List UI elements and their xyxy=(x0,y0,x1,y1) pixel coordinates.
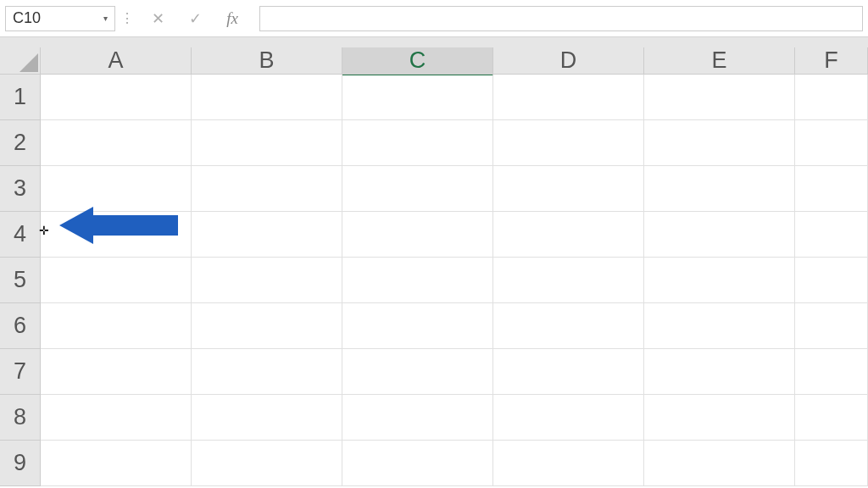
cell-c8[interactable] xyxy=(342,395,493,441)
name-box-value: C10 xyxy=(13,9,103,27)
cell-b5[interactable] xyxy=(192,258,342,303)
cell-row xyxy=(41,349,868,395)
cell-a9[interactable] xyxy=(41,441,192,486)
cell-a7[interactable] xyxy=(41,349,192,395)
cell-c6[interactable] xyxy=(342,303,493,349)
cell-f2[interactable] xyxy=(795,120,868,166)
cell-d1[interactable] xyxy=(493,75,644,120)
cancel-icon[interactable]: ✕ xyxy=(147,9,168,28)
cell-row xyxy=(41,395,868,441)
cell-d2[interactable] xyxy=(493,120,644,166)
col-header-f[interactable]: F xyxy=(795,47,868,75)
cell-f6[interactable] xyxy=(795,303,868,349)
column-headers: A B C D E F xyxy=(0,47,868,75)
cell-d7[interactable] xyxy=(493,349,644,395)
col-header-b[interactable]: B xyxy=(192,47,342,75)
row-headers: 1 2 3 4 5 6 7 8 9 xyxy=(0,75,41,486)
cell-row xyxy=(41,441,868,486)
fx-icon[interactable]: fx xyxy=(222,9,242,28)
cell-c3[interactable] xyxy=(342,166,493,212)
svg-marker-0 xyxy=(59,207,178,244)
cell-row xyxy=(41,75,868,120)
cell-row xyxy=(41,258,868,303)
cell-e4[interactable] xyxy=(644,212,795,258)
cell-d8[interactable] xyxy=(493,395,644,441)
row-header-6[interactable]: 6 xyxy=(0,303,41,349)
cell-d5[interactable] xyxy=(493,258,644,303)
cell-c4[interactable] xyxy=(342,212,493,258)
formula-bar: C10 ▾ ⋮ ✕ ✓ fx xyxy=(0,0,868,37)
row-header-3[interactable]: 3 xyxy=(0,166,41,212)
cell-b3[interactable] xyxy=(192,166,342,212)
cell-e5[interactable] xyxy=(644,258,795,303)
cell-e7[interactable] xyxy=(644,349,795,395)
col-header-a[interactable]: A xyxy=(41,47,192,75)
col-header-c[interactable]: C xyxy=(342,47,493,75)
cell-f7[interactable] xyxy=(795,349,868,395)
cell-f8[interactable] xyxy=(795,395,868,441)
row-header-4[interactable]: 4 xyxy=(0,212,41,258)
cell-f3[interactable] xyxy=(795,166,868,212)
enter-icon[interactable]: ✓ xyxy=(185,9,205,28)
cell-b8[interactable] xyxy=(192,395,342,441)
dropdown-arrow-icon[interactable]: ▾ xyxy=(103,14,108,23)
row-header-5[interactable]: 5 xyxy=(0,258,41,303)
cell-e3[interactable] xyxy=(644,166,795,212)
cell-c7[interactable] xyxy=(342,349,493,395)
cell-b2[interactable] xyxy=(192,120,342,166)
cell-b1[interactable] xyxy=(192,75,342,120)
row-header-7[interactable]: 7 xyxy=(0,349,41,395)
cell-f4[interactable] xyxy=(795,212,868,258)
cell-e8[interactable] xyxy=(644,395,795,441)
cell-c5[interactable] xyxy=(342,258,493,303)
cell-e2[interactable] xyxy=(644,120,795,166)
cell-e1[interactable] xyxy=(644,75,795,120)
cell-d4[interactable] xyxy=(493,212,644,258)
cell-d3[interactable] xyxy=(493,166,644,212)
col-header-d[interactable]: D xyxy=(493,47,644,75)
cell-d9[interactable] xyxy=(493,441,644,486)
cell-c1[interactable] xyxy=(342,74,493,120)
cell-b7[interactable] xyxy=(192,349,342,395)
cell-f1[interactable] xyxy=(795,75,868,120)
row-header-2[interactable]: 2 xyxy=(0,120,41,166)
cell-a6[interactable] xyxy=(41,303,192,349)
arrow-annotation xyxy=(59,205,186,259)
select-all-button[interactable] xyxy=(0,47,41,75)
resize-cursor-icon: ✛ xyxy=(39,224,49,237)
row-header-9[interactable]: 9 xyxy=(0,441,41,486)
formula-buttons: ✕ ✓ fx xyxy=(137,6,253,31)
col-header-e[interactable]: E xyxy=(644,47,795,75)
header-gap xyxy=(0,37,868,47)
cell-f9[interactable] xyxy=(795,441,868,486)
cell-a5[interactable] xyxy=(41,258,192,303)
cell-d6[interactable] xyxy=(493,303,644,349)
rows-area: 1 2 3 4 5 6 7 8 9 xyxy=(0,75,868,486)
cell-b6[interactable] xyxy=(192,303,342,349)
cell-e9[interactable] xyxy=(644,441,795,486)
cell-row xyxy=(41,120,868,166)
formula-input[interactable] xyxy=(259,6,863,31)
cell-c2[interactable] xyxy=(342,120,493,166)
cell-c9[interactable] xyxy=(342,441,493,486)
cell-a1[interactable] xyxy=(41,75,192,120)
cell-row xyxy=(41,303,868,349)
cell-f5[interactable] xyxy=(795,258,868,303)
cell-b9[interactable] xyxy=(192,441,342,486)
cell-b4[interactable] xyxy=(192,212,342,258)
cell-a8[interactable] xyxy=(41,395,192,441)
row-header-1[interactable]: 1 xyxy=(0,75,41,120)
arrow-left-icon xyxy=(59,205,186,256)
divider-icon: ⋮ xyxy=(115,10,137,26)
row-header-8[interactable]: 8 xyxy=(0,395,41,441)
cell-a2[interactable] xyxy=(41,120,192,166)
cell-e6[interactable] xyxy=(644,303,795,349)
name-box[interactable]: C10 ▾ xyxy=(5,6,115,31)
cells-grid xyxy=(41,75,868,486)
